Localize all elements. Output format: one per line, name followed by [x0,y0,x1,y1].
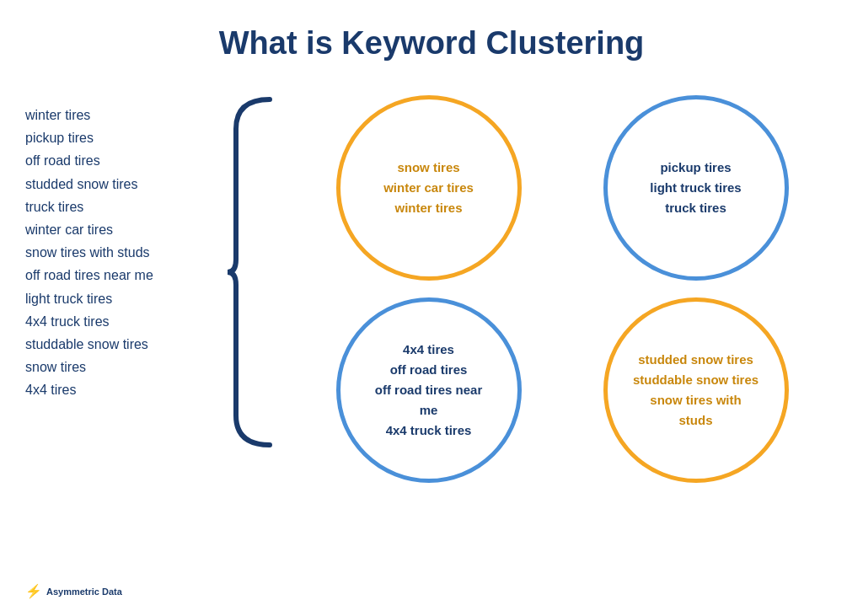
list-item: studded snow tires [25,173,219,196]
cluster-4-text: studded snow tiresstuddable snow tiressn… [633,350,759,431]
clusters-grid: snow tireswinter car tireswinter tirespi… [287,87,838,491]
cluster-2-text: pickup tireslight truck tirestruck tires [650,158,741,218]
cluster-3: 4x4 tiresoff road tiresoff road tires ne… [336,297,522,483]
list-item: snow tires [25,356,219,378]
page: What is Keyword Clustering winter tiresp… [0,0,863,616]
keyword-list-items: winter tirespickup tiresoff road tiresst… [25,104,219,401]
main-content: winter tirespickup tiresoff road tiresst… [25,87,838,491]
cluster-4: studded snow tiresstuddable snow tiressn… [603,297,789,483]
list-item: snow tires with studs [25,241,219,264]
list-item: 4x4 truck tires [25,310,219,333]
cluster-2: pickup tireslight truck tirestruck tires [603,95,789,281]
list-item: light truck tires [25,287,219,310]
logo-text: Asymmetric Data [46,587,122,597]
list-item: off road tires [25,149,219,172]
page-title: What is Keyword Clustering [25,17,838,62]
list-item: pickup tires [25,126,219,149]
list-item: off road tires near me [25,264,219,287]
list-item: truck tires [25,196,219,218]
brace-container [219,87,287,449]
list-item: winter car tires [25,218,219,241]
list-item: studdable snow tires [25,333,219,356]
cluster-1: snow tireswinter car tireswinter tires [336,95,522,281]
cluster-3-text: 4x4 tiresoff road tiresoff road tires ne… [366,340,492,441]
cluster-1-text: snow tireswinter car tireswinter tires [383,158,474,218]
footer-logo: ⚡ Asymmetric Data [25,583,122,599]
list-item: winter tires [25,104,219,126]
keyword-list: winter tirespickup tiresoff road tiresst… [25,87,219,401]
logo-icon: ⚡ [25,583,42,599]
list-item: 4x4 tires [25,378,219,401]
brace-icon [228,95,278,449]
